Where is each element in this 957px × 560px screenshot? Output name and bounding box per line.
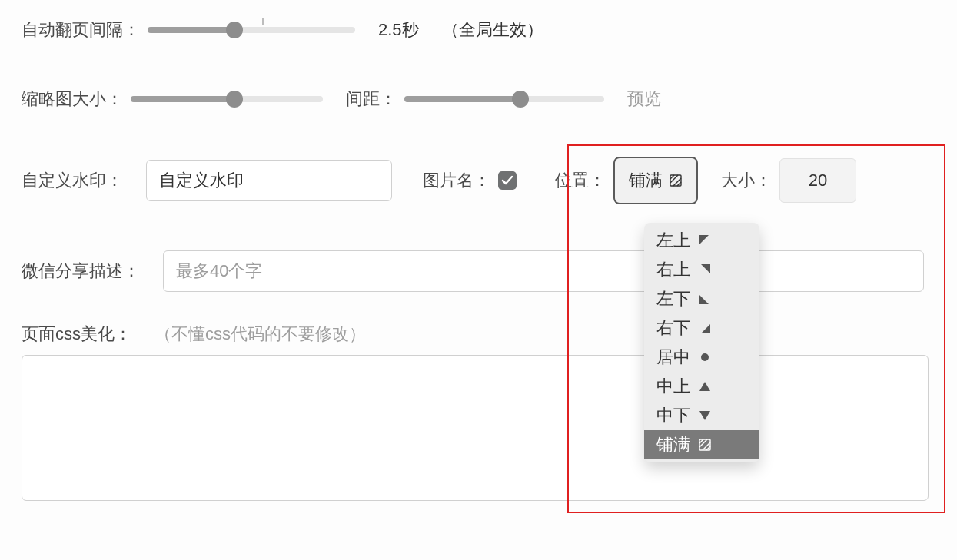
svg-point-9 <box>701 353 709 361</box>
svg-marker-10 <box>699 382 710 391</box>
image-name-checkbox[interactable] <box>498 171 517 190</box>
svg-line-1 <box>670 175 678 183</box>
css-beautify-textarea[interactable] <box>22 355 929 501</box>
wechat-desc-label: 微信分享描述： <box>22 260 140 283</box>
position-select-value: 铺满 <box>629 169 663 192</box>
corner-bottom-right-icon <box>698 321 712 335</box>
auto-page-note: （全局生效） <box>442 18 543 41</box>
svg-line-13 <box>699 439 707 447</box>
position-option-top-left[interactable]: 左上 <box>644 226 759 255</box>
css-beautify-label: 页面css美化： <box>22 323 131 346</box>
preview-link[interactable]: 预览 <box>627 88 661 111</box>
option-label: 居中 <box>656 346 690 369</box>
option-label: 右上 <box>656 258 690 281</box>
option-label: 右下 <box>656 316 690 340</box>
option-label: 铺满 <box>656 433 690 456</box>
position-option-top-right[interactable]: 右上 <box>644 255 759 284</box>
corner-top-left-icon <box>698 234 712 247</box>
position-option-center[interactable]: 居中 <box>644 343 759 372</box>
option-label: 左上 <box>656 229 690 252</box>
option-label: 中上 <box>656 375 690 398</box>
position-option-bottom-right[interactable]: 右下 <box>644 313 759 343</box>
spacing-label: 间距： <box>346 88 397 111</box>
svg-marker-8 <box>701 324 710 333</box>
triangle-down-icon <box>698 409 712 422</box>
thumb-size-slider[interactable] <box>131 96 323 102</box>
watermark-input[interactable] <box>146 160 392 201</box>
watermark-label: 自定义水印： <box>22 169 123 192</box>
corner-bottom-left-icon <box>698 292 712 306</box>
css-beautify-hint: （不懂css代码的不要修改） <box>155 323 366 346</box>
auto-page-slider[interactable] <box>148 27 355 33</box>
triangle-up-icon <box>698 379 712 393</box>
svg-line-14 <box>703 442 710 450</box>
position-select[interactable]: 铺满 <box>613 157 698 204</box>
position-label: 位置： <box>555 169 606 192</box>
image-name-label: 图片名： <box>423 169 490 192</box>
svg-line-2 <box>673 178 681 186</box>
position-option-bottom-center[interactable]: 中下 <box>644 401 759 430</box>
option-label: 左下 <box>656 287 690 310</box>
corner-top-right-icon <box>698 263 712 277</box>
size-label: 大小： <box>721 169 772 192</box>
wechat-desc-input[interactable] <box>163 250 924 292</box>
svg-marker-6 <box>701 264 710 273</box>
auto-page-value: 2.5秒 <box>378 18 419 41</box>
position-option-fill[interactable]: 铺满 <box>644 430 759 459</box>
position-option-top-center[interactable]: 中上 <box>644 372 759 401</box>
svg-marker-5 <box>699 235 709 244</box>
position-option-bottom-left[interactable]: 左下 <box>644 284 759 313</box>
auto-page-label: 自动翻页间隔： <box>22 18 140 41</box>
fill-icon <box>669 174 683 187</box>
size-input[interactable] <box>779 158 856 203</box>
position-dropdown[interactable]: 左上 右上 左下 右下 居中 <box>644 223 759 462</box>
svg-marker-11 <box>699 411 710 420</box>
option-label: 中下 <box>656 404 690 427</box>
fill-icon <box>698 438 712 452</box>
thumb-size-label: 缩略图大小： <box>22 88 123 111</box>
svg-marker-7 <box>699 295 709 304</box>
spacing-slider[interactable] <box>404 96 604 102</box>
center-icon <box>698 350 712 364</box>
